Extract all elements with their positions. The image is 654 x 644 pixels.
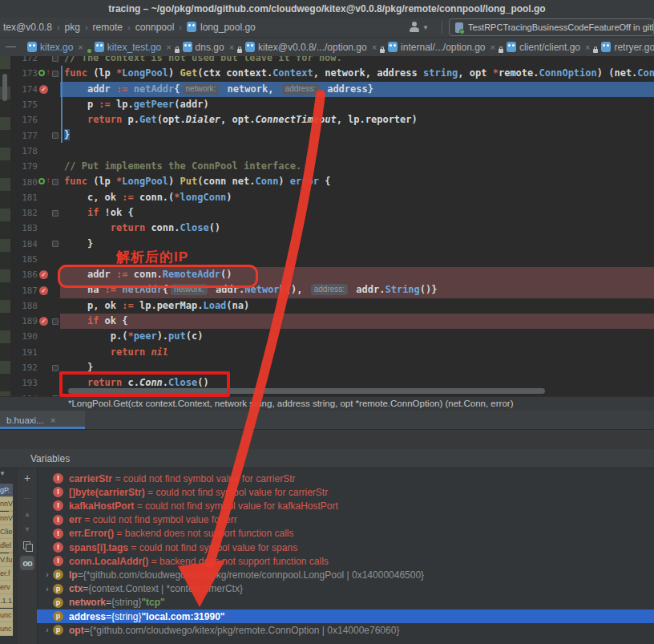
breadcrumb-item[interactable]: pkg xyxy=(63,22,82,33)
close-icon[interactable]: × xyxy=(166,43,171,52)
remove-watch-button[interactable]: — xyxy=(20,491,34,505)
close-icon[interactable]: × xyxy=(585,43,590,52)
code-text[interactable]: return conn.Close() xyxy=(60,221,654,236)
breakpoint-icon[interactable]: ✓ xyxy=(38,314,50,329)
breadcrumb-item[interactable]: connpool xyxy=(134,22,176,33)
frame-item[interactable]: unc xyxy=(0,622,13,636)
fold-icon[interactable] xyxy=(50,174,60,189)
code-text[interactable] xyxy=(60,144,654,159)
close-icon[interactable]: × xyxy=(372,43,377,52)
user-button[interactable]: ▼ xyxy=(409,22,429,33)
code-text[interactable]: } xyxy=(60,128,654,143)
variable-row[interactable]: paddress = {string} "local.com:31990" xyxy=(37,610,654,623)
code-text[interactable]: c, ok := conn.(*longConn) xyxy=(60,190,654,205)
code-text[interactable]: p, ok := lp.peerMap.Load(na) xyxy=(60,298,654,314)
variable-row[interactable]: !carrierStr = could not find symbol valu… xyxy=(37,472,654,485)
editor-tab[interactable]: retryer.go× xyxy=(595,38,654,56)
expand-chevron-icon[interactable]: › xyxy=(42,585,53,593)
implements-icon[interactable]: ↑ xyxy=(38,177,50,187)
frame-item[interactable]: nnV xyxy=(0,497,13,511)
editor-tab[interactable]: kitex@v0.0.8/.../option.go× xyxy=(240,38,382,56)
variable-row[interactable]: ›plp = {*github.com/cloudwego/kitex/pkg/… xyxy=(37,568,654,581)
frame-item[interactable]: erv xyxy=(0,581,13,594)
variable-row[interactable]: ›popt = {*github.com/cloudwego/kitex/pkg… xyxy=(37,623,654,637)
variable-row[interactable]: ›pctx = {context.Context | *context.time… xyxy=(37,582,654,596)
editor-tab[interactable]: kitex.go× xyxy=(22,38,89,56)
code-text[interactable]: if ok { xyxy=(60,314,654,329)
code-token: netAddr xyxy=(134,83,175,95)
frame-item[interactable]: unc xyxy=(0,609,13,622)
breadcrumb-item[interactable]: tex@v0.0.8 xyxy=(2,22,54,33)
frame-item[interactable]: V.fu xyxy=(0,553,13,567)
breakpoint-icon[interactable]: ✓ xyxy=(39,270,48,279)
fold-icon[interactable] xyxy=(50,128,60,143)
duplicate-watch-button[interactable] xyxy=(20,538,34,553)
code-text[interactable]: // Put implements the ConnPool interface… xyxy=(60,159,654,174)
breakpoint-icon[interactable]: ✓ xyxy=(38,267,50,282)
fold-icon[interactable] xyxy=(50,56,60,66)
breakpoint-icon[interactable]: ✓ xyxy=(38,282,50,298)
code-text[interactable]: func (lp *LongPool) Put(conn net.Conn) e… xyxy=(60,174,654,189)
run-configuration-selector[interactable]: TestRPCTracingBusinessCodeFeatureOff in … xyxy=(449,18,654,36)
close-icon[interactable]: × xyxy=(78,43,83,52)
code-token: ) (net. xyxy=(597,67,638,79)
fold-icon[interactable] xyxy=(52,56,59,62)
close-icon[interactable]: × xyxy=(50,415,56,425)
fold-icon[interactable] xyxy=(52,132,59,139)
fold-icon[interactable] xyxy=(52,71,59,77)
variable-row[interactable]: ![]byte(carrierStr) = could not find sym… xyxy=(37,485,654,499)
fold-icon[interactable] xyxy=(50,205,60,221)
fold-icon[interactable] xyxy=(52,318,59,325)
add-watch-button[interactable]: + xyxy=(20,471,34,485)
close-icon[interactable]: × xyxy=(229,43,234,52)
editor-tab[interactable]: kitex_test.go× xyxy=(89,38,177,56)
code-text[interactable]: addr := netAddr{network: network, addres… xyxy=(60,82,654,97)
frame-item[interactable]: dlel xyxy=(0,539,13,553)
variable-row[interactable]: !kafkaHostPort = could not find symbol v… xyxy=(37,499,654,512)
editor-tab[interactable]: client/client.go× xyxy=(501,38,595,56)
frame-item[interactable]: nnV xyxy=(0,512,13,525)
code-editor[interactable]: 172// The context is not used but leave … xyxy=(0,56,654,396)
breakpoint-icon[interactable]: ✓ xyxy=(38,82,50,97)
code-text[interactable]: func (lp *LongPool) Get(ctx context.Cont… xyxy=(60,66,654,81)
frame-item[interactable]: er.f xyxy=(0,567,13,581)
code-text[interactable]: p.(*peer).put(c) xyxy=(60,329,654,344)
close-icon[interactable]: × xyxy=(490,43,495,52)
variable-row[interactable]: !err = could not find symbol value for e… xyxy=(37,513,654,527)
fold-icon[interactable] xyxy=(50,314,60,329)
variable-row[interactable]: !spans[i].tags = could not find symbol v… xyxy=(37,541,654,554)
breakpoint-icon[interactable]: ✓ xyxy=(39,317,48,326)
editor-tab[interactable]: internal/.../option.go× xyxy=(382,38,501,56)
fold-icon[interactable] xyxy=(50,66,60,81)
fold-icon[interactable] xyxy=(52,210,59,217)
code-token: addr. xyxy=(350,284,385,295)
code-text[interactable]: // The context is not used but leave it … xyxy=(60,56,654,66)
code-text[interactable]: return nil xyxy=(60,345,654,360)
code-text[interactable]: p := lp.getPeer(addr) xyxy=(60,97,654,112)
code-text[interactable]: if !ok { xyxy=(60,205,654,221)
variable-row[interactable]: !err.Error() = backend does not support … xyxy=(37,527,654,541)
fold-icon[interactable] xyxy=(52,241,59,247)
editor-tab[interactable]: dns.go× xyxy=(177,38,240,56)
move-down-button[interactable]: ▼ xyxy=(20,522,34,537)
debug-session-tab[interactable]: b.huaxi... × xyxy=(0,411,85,429)
variable-row[interactable]: !conn.LocalAddr() = backend does not sup… xyxy=(37,554,654,568)
expand-chevron-icon[interactable]: › xyxy=(42,570,53,579)
frame-item[interactable]: Clie xyxy=(0,525,13,539)
variable-row[interactable]: pnetwork = {string} "tcp" xyxy=(37,596,654,610)
breakpoint-icon[interactable]: ✓ xyxy=(39,286,48,295)
frame-item[interactable]: .1.1 xyxy=(0,594,13,608)
fold-icon[interactable] xyxy=(50,237,60,252)
breakpoint-icon[interactable]: ✓ xyxy=(39,85,48,94)
breadcrumb-item[interactable]: long_pool.go xyxy=(185,22,257,33)
breadcrumb-item[interactable]: remote xyxy=(91,22,124,33)
frames-dropdown-arrow-icon[interactable]: ▼ xyxy=(0,470,6,477)
code-text[interactable]: return p.Get(opt.Dialer, opt.ConnectTime… xyxy=(60,112,654,128)
expand-chevron-icon[interactable]: › xyxy=(42,626,53,634)
fold-icon[interactable] xyxy=(52,179,59,185)
fold-icon[interactable] xyxy=(52,365,59,371)
implements-icon[interactable]: ↑ xyxy=(38,69,50,79)
move-up-button[interactable]: ▲ xyxy=(20,507,34,521)
frame-item[interactable]: gP. xyxy=(0,484,13,497)
watch-toggle-button[interactable]: oo xyxy=(20,556,34,570)
